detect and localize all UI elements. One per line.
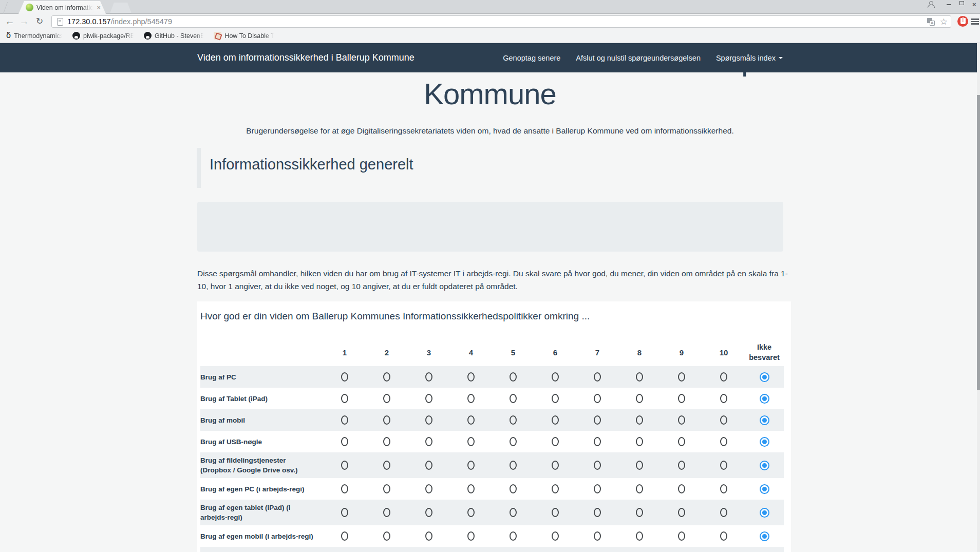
radio-no-answer-selected[interactable]	[760, 437, 769, 447]
radio-option[interactable]	[594, 437, 601, 446]
radio-option[interactable]	[552, 461, 559, 470]
radio-option[interactable]	[425, 508, 432, 517]
bookmark-star-icon[interactable]: ☆	[940, 17, 948, 26]
radio-option[interactable]	[636, 461, 643, 470]
radio-option[interactable]	[636, 437, 643, 446]
radio-option[interactable]	[383, 461, 390, 470]
reload-button[interactable]: ↻	[33, 14, 46, 28]
profile-button[interactable]	[928, 1, 944, 11]
radio-option[interactable]	[383, 394, 390, 403]
radio-no-answer-selected[interactable]	[760, 415, 769, 425]
bookmark-item[interactable]: δThermodynamics	[4, 31, 65, 41]
radio-option[interactable]	[636, 372, 643, 382]
radio-option[interactable]	[341, 461, 348, 470]
radio-option[interactable]	[678, 508, 685, 517]
radio-no-answer-selected[interactable]	[760, 531, 769, 541]
adblock-extension-icon[interactable]	[957, 16, 968, 27]
radio-option[interactable]	[341, 415, 348, 425]
radio-option[interactable]	[341, 508, 348, 517]
radio-option[interactable]	[552, 437, 559, 446]
new-tab-button[interactable]	[110, 3, 131, 13]
radio-option[interactable]	[383, 415, 390, 425]
radio-option[interactable]	[720, 484, 727, 493]
radio-no-answer-selected[interactable]	[760, 372, 769, 382]
radio-option[interactable]	[678, 531, 685, 541]
radio-option[interactable]	[425, 394, 432, 403]
url-text[interactable]: 172.30.0.157/index.php/545479	[67, 17, 927, 26]
radio-option[interactable]	[510, 484, 517, 493]
radio-option[interactable]	[383, 372, 390, 382]
bookmark-item[interactable]: piwik-package/RE	[70, 31, 137, 41]
radio-option[interactable]	[678, 394, 685, 403]
back-button[interactable]: ←	[3, 14, 16, 28]
radio-option[interactable]	[467, 531, 475, 541]
radio-option[interactable]	[636, 484, 643, 493]
radio-option[interactable]	[341, 437, 348, 446]
radio-option[interactable]	[383, 531, 390, 541]
radio-option[interactable]	[552, 394, 559, 403]
bookmark-item[interactable]: How To Disable T	[212, 31, 277, 41]
forward-button[interactable]: →	[17, 14, 31, 28]
radio-option[interactable]	[510, 372, 517, 382]
radio-option[interactable]	[636, 531, 643, 541]
navbar-brand[interactable]: Viden om informationssikkerhed i Balleru…	[190, 52, 414, 63]
radio-option[interactable]	[552, 484, 559, 493]
radio-option[interactable]	[552, 508, 559, 517]
radio-option[interactable]	[510, 437, 517, 446]
radio-option[interactable]	[678, 484, 685, 493]
radio-no-answer-selected[interactable]	[760, 461, 769, 470]
radio-option[interactable]	[383, 437, 390, 446]
radio-option[interactable]	[467, 394, 475, 403]
browser-tab[interactable]: Viden om informatio ×	[18, 1, 106, 14]
navbar-item-sp-rgsm-ls-index[interactable]: Spørgsmåls index	[708, 54, 790, 62]
minimize-window-button[interactable]	[947, 1, 958, 11]
close-window-button[interactable]: ×	[972, 1, 980, 11]
page-scrollbar[interactable]	[977, 43, 980, 552]
radio-option[interactable]	[467, 415, 475, 425]
radio-option[interactable]	[552, 531, 559, 541]
radio-option[interactable]	[341, 372, 348, 382]
radio-option[interactable]	[467, 484, 475, 493]
radio-option[interactable]	[636, 415, 643, 425]
radio-option[interactable]	[341, 484, 348, 493]
radio-option[interactable]	[510, 508, 517, 517]
radio-option[interactable]	[425, 415, 432, 425]
navbar-item-afslut-og-nulstil-sp-rgeunders-gelsen[interactable]: Afslut og nulstil spørgeundersøgelsen	[568, 54, 708, 62]
radio-option[interactable]	[720, 508, 727, 517]
radio-option[interactable]	[594, 394, 601, 403]
radio-option[interactable]	[594, 372, 601, 382]
radio-no-answer-selected[interactable]	[760, 484, 769, 494]
radio-option[interactable]	[678, 461, 685, 470]
browser-menu-icon[interactable]	[971, 18, 979, 24]
radio-option[interactable]	[720, 372, 727, 382]
address-bar[interactable]: 172.30.0.157/index.php/545479 A ☆	[51, 15, 951, 28]
radio-option[interactable]	[594, 415, 601, 425]
radio-option[interactable]	[425, 461, 432, 470]
navbar-item-genoptag-senere[interactable]: Genoptag senere	[495, 54, 568, 62]
radio-option[interactable]	[383, 484, 390, 493]
radio-option[interactable]	[425, 484, 432, 493]
radio-option[interactable]	[467, 461, 475, 470]
tab-close-icon[interactable]: ×	[97, 4, 101, 11]
radio-option[interactable]	[510, 415, 517, 425]
radio-option[interactable]	[594, 484, 601, 493]
radio-option[interactable]	[552, 415, 559, 425]
radio-option[interactable]	[510, 394, 517, 403]
radio-no-answer-selected[interactable]	[760, 508, 769, 518]
radio-option[interactable]	[552, 372, 559, 382]
radio-option[interactable]	[720, 437, 727, 446]
radio-option[interactable]	[720, 461, 727, 470]
radio-option[interactable]	[425, 372, 432, 382]
radio-option[interactable]	[594, 531, 601, 541]
radio-option[interactable]	[467, 437, 475, 446]
scrollbar-thumb[interactable]	[977, 95, 980, 390]
radio-option[interactable]	[341, 394, 348, 403]
radio-option[interactable]	[720, 415, 727, 425]
radio-option[interactable]	[636, 508, 643, 517]
radio-option[interactable]	[467, 508, 475, 517]
radio-option[interactable]	[341, 531, 348, 541]
radio-option[interactable]	[720, 531, 727, 541]
radio-option[interactable]	[383, 508, 390, 517]
radio-no-answer-selected[interactable]	[760, 394, 769, 404]
radio-option[interactable]	[510, 531, 517, 541]
